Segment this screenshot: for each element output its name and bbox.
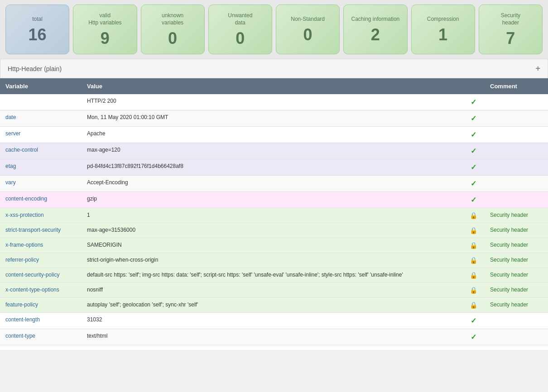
table-row: varyAccept-Encoding✓ (0, 176, 548, 192)
checkmark-icon: ✓ (471, 333, 476, 341)
lock-icon: 🔒 (470, 287, 477, 294)
card-total: total16 (5, 5, 69, 54)
card-value-compression: 1 (438, 27, 447, 43)
table-row: HTTP/2 200✓ (0, 94, 548, 110)
card-value-caching: 2 (371, 27, 380, 43)
cell-variable: etag (0, 159, 82, 176)
col-variable: Variable (0, 78, 82, 94)
cell-icon: 🔒 (462, 253, 485, 268)
cell-icon: 🔒 (462, 268, 485, 283)
http-header-table: Variable Value Comment HTTP/2 200✓dateMo… (0, 78, 548, 345)
cell-icon: ✓ (462, 94, 485, 110)
cell-variable: vary (0, 176, 82, 192)
cell-icon: ✓ (462, 143, 485, 159)
table-row: x-content-type-optionsnosniff🔒Security h… (0, 283, 548, 298)
cell-icon: ✓ (462, 313, 485, 329)
cell-icon: ✓ (462, 329, 485, 345)
cell-variable: referrer-policy (0, 253, 82, 268)
table-row: content-length31032✓ (0, 313, 548, 329)
table-row: referrer-policystrict-origin-when-cross-… (0, 253, 548, 268)
lock-icon: 🔒 (470, 301, 477, 309)
card-label-total: total (32, 16, 43, 23)
cell-value: Apache (82, 127, 462, 143)
checkmark-icon: ✓ (471, 98, 476, 106)
table-row: content-encodinggzip✓ (0, 192, 548, 208)
col-value: Value (82, 78, 462, 94)
cell-comment (485, 94, 548, 110)
cell-comment (485, 176, 548, 192)
cell-value: 31032 (82, 313, 462, 329)
card-compression: Compression1 (411, 5, 475, 54)
checkmark-icon: ✓ (471, 147, 476, 155)
summary-bar: total16validHttp variables9unknownvariab… (0, 0, 548, 59)
cell-icon: ✓ (462, 192, 485, 208)
checkmark-icon: ✓ (471, 317, 476, 325)
cell-comment: Security header (485, 298, 548, 313)
cell-comment (485, 192, 548, 208)
cell-comment (485, 329, 548, 345)
cell-comment (485, 313, 548, 329)
cell-variable: server (0, 127, 82, 143)
cell-value: Accept-Encoding (82, 176, 462, 192)
lock-icon: 🔒 (470, 272, 477, 279)
cell-comment: Security header (485, 238, 548, 253)
cell-value: max-age=120 (82, 143, 462, 159)
cell-value: nosniff (82, 283, 462, 298)
checkmark-icon: ✓ (471, 131, 476, 139)
card-label-unknown-variables: unknownvariables (162, 12, 183, 26)
col-comment: Comment (485, 78, 548, 94)
card-value-unknown-variables: 0 (168, 30, 177, 47)
table-row: feature-policyautoplay 'self'; geolocati… (0, 298, 548, 313)
table-row: cache-controlmax-age=120✓ (0, 143, 548, 159)
checkmark-icon: ✓ (471, 196, 476, 204)
lock-icon: 🔒 (470, 257, 477, 264)
table-row: etagpd-84fd4c13f87c892f176f1d4b66428af8✓ (0, 159, 548, 176)
card-label-valid-http: validHttp variables (88, 12, 121, 26)
cell-icon: 🔒 (462, 283, 485, 298)
cell-comment (485, 143, 548, 159)
cell-icon: 🔒 (462, 238, 485, 253)
cell-icon: 🔒 (462, 223, 485, 238)
cell-comment (485, 159, 548, 176)
card-label-non-standard: Non-Standard (291, 16, 325, 23)
cell-variable: date (0, 110, 82, 127)
table-wrapper: Variable Value Comment HTTP/2 200✓dateMo… (0, 78, 548, 350)
card-label-caching: Caching information (351, 16, 400, 23)
card-value-total: 16 (29, 27, 47, 43)
cell-comment: Security header (485, 223, 548, 238)
cell-variable: x-xss-protection (0, 208, 82, 223)
cell-comment (485, 110, 548, 127)
table-header-row: Variable Value Comment (0, 78, 548, 94)
card-non-standard: Non-Standard0 (276, 5, 340, 54)
card-value-unwanted-data: 0 (236, 30, 245, 47)
cell-value: SAMEORIGIN (82, 238, 462, 253)
table-row: strict-transport-securitymax-age=3153600… (0, 223, 548, 238)
card-label-security-header: Securityheader (501, 12, 520, 26)
cell-value: pd-84fd4c13f87c892f176f1d4b66428af8 (82, 159, 462, 176)
cell-icon: 🔒 (462, 208, 485, 223)
cell-variable: x-frame-options (0, 238, 82, 253)
cell-variable: strict-transport-security (0, 223, 82, 238)
cell-icon: ✓ (462, 159, 485, 176)
cell-comment: Security header (485, 268, 548, 283)
table-row: serverApache✓ (0, 127, 548, 143)
cell-variable: content-length (0, 313, 82, 329)
cell-variable: feature-policy (0, 298, 82, 313)
cell-icon: ✓ (462, 110, 485, 127)
card-unwanted-data: Unwanteddata0 (208, 5, 272, 54)
card-value-non-standard: 0 (303, 27, 312, 43)
cell-value: gzip (82, 192, 462, 208)
cell-value: autoplay 'self'; geolocation 'self'; syn… (82, 298, 462, 313)
section-title: Http-Header (plain) (8, 65, 62, 72)
expand-button[interactable]: + (535, 64, 540, 73)
cell-variable (0, 94, 82, 110)
section-header: Http-Header (plain) + (0, 59, 548, 78)
lock-icon: 🔒 (470, 212, 477, 219)
cell-value: default-src https: 'self'; img-src https… (82, 268, 462, 283)
col-icon (462, 78, 485, 94)
cell-variable: x-content-type-options (0, 283, 82, 298)
cell-value: Mon, 11 May 2020 01:00:10 GMT (82, 110, 462, 127)
cell-variable: content-security-policy (0, 268, 82, 283)
cell-icon: ✓ (462, 176, 485, 192)
card-valid-http: validHttp variables9 (73, 5, 137, 54)
